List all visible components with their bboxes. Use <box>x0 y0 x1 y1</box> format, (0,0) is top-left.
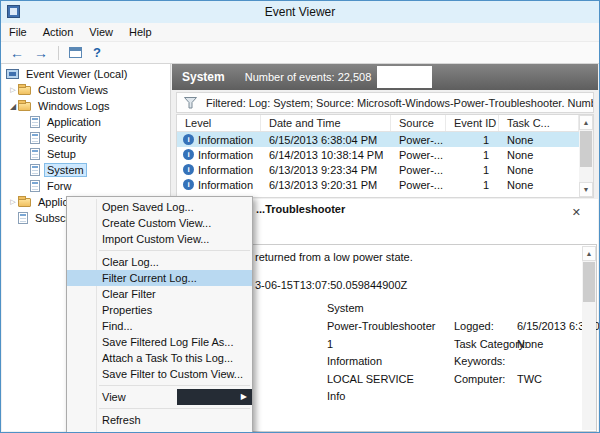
scroll-up-icon[interactable] <box>579 115 593 130</box>
scrollbar-thumb[interactable] <box>583 262 595 302</box>
event-log-icon <box>30 180 40 192</box>
context-menu-item-save-filter-to-custom-view[interactable]: Save Filter to Custom View... <box>67 366 252 382</box>
app-icon <box>7 5 20 18</box>
column-datetime[interactable]: Date and Time <box>261 115 391 131</box>
event-viewer-icon <box>6 69 19 79</box>
cell-level: Information <box>198 149 253 161</box>
folder-icon <box>18 198 31 207</box>
task-category-value: None <box>517 338 543 350</box>
expand-collapsed-icon[interactable] <box>8 86 18 94</box>
subscriptions-icon <box>18 212 28 224</box>
menu-separator <box>99 250 250 251</box>
menu-action[interactable]: Action <box>35 24 82 40</box>
header-highlight-box <box>377 66 432 88</box>
cell-event-id: 1 <box>446 179 499 191</box>
context-menu-item-properties[interactable]: Properties <box>67 302 252 318</box>
close-icon[interactable]: ✕ <box>569 202 584 223</box>
context-menu-item-find[interactable]: Find... <box>67 318 252 334</box>
event-viewer-window: Event Viewer File Action View Help ← → ?… <box>0 0 600 433</box>
cell-event-id: 1 <box>446 149 499 161</box>
tree-item-custom-views[interactable]: Custom Views <box>2 82 170 98</box>
cell-event-id: 1 <box>446 164 499 176</box>
tree-item-security[interactable]: Security <box>2 130 170 146</box>
filter-text: Filtered: Log: System; Source: Microsoft… <box>206 97 594 109</box>
cell-level: Information <box>198 179 253 191</box>
information-icon <box>183 164 194 175</box>
cell-source: Power-... <box>391 149 446 161</box>
table-scrollbar[interactable] <box>579 115 593 197</box>
event-count: Number of events: 22,508 <box>245 71 372 83</box>
scroll-up-icon[interactable] <box>582 246 596 261</box>
log-title: System <box>182 70 225 84</box>
cell-source: Power-... <box>391 164 446 176</box>
menu-view[interactable]: View <box>81 24 121 40</box>
tree-item-setup[interactable]: Setup <box>2 146 170 162</box>
column-event-id[interactable]: Event ID <box>446 115 499 131</box>
window-title: Event Viewer <box>265 5 335 19</box>
cell-level: Information <box>198 134 253 146</box>
context-menu-item-view[interactable]: View ▶ <box>67 389 252 405</box>
logged-label: Logged: <box>454 320 494 332</box>
help-icon[interactable]: ? <box>87 45 107 60</box>
filter-notification-bar: Filtered: Log: System; Source: Microsoft… <box>176 92 594 113</box>
context-menu-item-clear-filter[interactable]: Clear Filter <box>67 286 252 302</box>
cell-datetime: 6/14/2013 10:38:14 PM <box>261 149 391 161</box>
information-icon <box>183 179 194 190</box>
back-arrow-icon[interactable]: ← <box>5 43 29 63</box>
tree-item-application[interactable]: Application <box>2 114 170 130</box>
event-log-icon <box>30 116 40 128</box>
menu-separator <box>99 408 250 409</box>
details-scrollbar[interactable] <box>582 246 596 430</box>
folder-icon <box>18 102 31 111</box>
log-name-value: System <box>327 302 364 314</box>
menubar: File Action View Help <box>1 23 599 42</box>
table-row[interactable]: Information 6/13/2013 9:20:31 PM Power-.… <box>177 177 579 192</box>
titlebar[interactable]: Event Viewer <box>1 1 599 23</box>
context-menu-item-import-custom-view[interactable]: Import Custom View... <box>67 231 252 247</box>
tree-item-windows-logs[interactable]: Windows Logs <box>2 98 170 114</box>
column-source[interactable]: Source <box>391 115 446 131</box>
user-value: LOCAL SERVICE <box>327 373 414 385</box>
forward-arrow-icon[interactable]: → <box>29 43 53 63</box>
context-menu: Open Saved Log... Create Custom View... … <box>66 196 253 433</box>
context-menu-item-save-filtered-log-file-as[interactable]: Save Filtered Log File As... <box>67 334 252 350</box>
cell-task: None <box>499 149 579 161</box>
context-menu-item-clear-log[interactable]: Clear Log... <box>67 254 252 270</box>
cell-event-id: 1 <box>446 134 499 146</box>
column-level[interactable]: Level <box>177 115 261 131</box>
cell-task: None <box>499 179 579 191</box>
console-window-icon[interactable] <box>69 47 82 58</box>
cell-source: Power-... <box>391 179 446 191</box>
event-log-icon <box>30 164 40 176</box>
scrollbar-thumb[interactable] <box>580 131 592 167</box>
view-submenu-panel: ▶ <box>177 389 252 405</box>
cell-task: None <box>499 134 579 146</box>
table-row[interactable]: Information 6/14/2013 10:38:14 PM Power-… <box>177 147 579 162</box>
tree-item-system[interactable]: System <box>2 162 170 178</box>
context-menu-item-filter-current-log[interactable]: Filter Current Log... <box>67 270 252 286</box>
menu-file[interactable]: File <box>1 24 35 40</box>
menu-help[interactable]: Help <box>121 24 160 40</box>
funnel-icon <box>184 97 197 109</box>
column-task[interactable]: Task C... <box>499 115 579 131</box>
context-menu-item-refresh[interactable]: Refresh <box>67 412 252 428</box>
table-row[interactable]: Information 6/13/2013 9:23:34 PM Power-.… <box>177 162 579 177</box>
table-header: Level Date and Time Source Event ID Task… <box>177 115 579 132</box>
tree-item-event-viewer-local[interactable]: Event Viewer (Local) <box>2 66 170 82</box>
toolbar-separator <box>58 46 59 60</box>
expand-collapsed-icon[interactable] <box>8 198 18 206</box>
event-table: Level Date and Time Source Event ID Task… <box>176 114 594 198</box>
information-icon <box>183 134 194 145</box>
tree-item-forwarded-events[interactable]: Forw <box>2 178 170 194</box>
toolbar: ← → ? <box>1 42 599 64</box>
expand-expanded-icon[interactable] <box>8 102 18 111</box>
folder-icon <box>18 86 31 95</box>
computer-label: Computer: <box>454 373 505 385</box>
event-log-icon <box>30 148 40 160</box>
source-value: Power-Troubleshooter <box>327 320 435 332</box>
scroll-down-icon[interactable] <box>579 182 593 197</box>
table-row[interactable]: Information 6/15/2013 6:38:04 PM Power-.… <box>177 132 579 147</box>
context-menu-item-create-custom-view[interactable]: Create Custom View... <box>67 215 252 231</box>
context-menu-item-open-saved-log[interactable]: Open Saved Log... <box>67 199 252 215</box>
context-menu-item-attach-task[interactable]: Attach a Task To this Log... <box>67 350 252 366</box>
